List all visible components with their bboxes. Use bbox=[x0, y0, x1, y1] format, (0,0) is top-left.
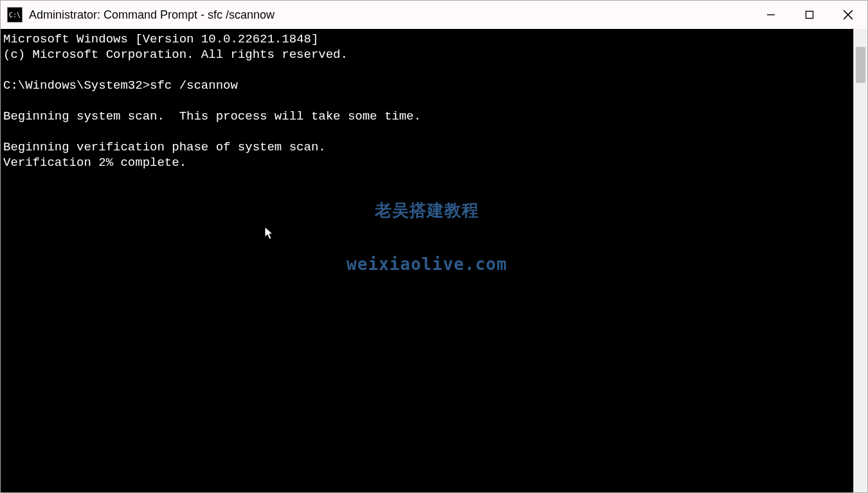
mouse-cursor-icon bbox=[264, 226, 273, 240]
terminal-area: Microsoft Windows [Version 10.0.22621.18… bbox=[1, 29, 867, 492]
watermark: 老吴搭建教程 weixiaolive.com bbox=[347, 172, 507, 303]
vertical-scrollbar[interactable] bbox=[853, 29, 867, 492]
watermark-line1: 老吴搭建教程 bbox=[347, 202, 507, 218]
close-button[interactable] bbox=[829, 1, 867, 29]
entered-command: sfc /scannow bbox=[150, 78, 238, 93]
scrollbar-thumb[interactable] bbox=[856, 47, 865, 83]
prompt-path: C:\Windows\System32> bbox=[3, 78, 150, 93]
minimize-button[interactable] bbox=[752, 1, 790, 29]
line-begin-scan: Beginning system scan. This process will… bbox=[3, 109, 421, 123]
close-icon bbox=[843, 10, 853, 20]
minimize-icon bbox=[766, 10, 775, 19]
window-title: Administrator: Command Prompt - sfc /sca… bbox=[29, 8, 275, 22]
terminal-output[interactable]: Microsoft Windows [Version 10.0.22621.18… bbox=[1, 29, 853, 492]
line-verify-pct: Verification 2% complete. bbox=[3, 156, 186, 170]
maximize-icon bbox=[805, 10, 814, 19]
cmd-app-icon: C:\ bbox=[7, 7, 23, 22]
cmd-app-icon-label: C:\ bbox=[9, 12, 21, 19]
svg-rect-1 bbox=[806, 12, 813, 19]
line-version: Microsoft Windows [Version 10.0.22621.18… bbox=[3, 32, 318, 46]
line-copyright: (c) Microsoft Corporation. All rights re… bbox=[3, 48, 348, 62]
line-verify-phase: Beginning verification phase of system s… bbox=[3, 140, 326, 154]
command-prompt-window: C:\ Administrator: Command Prompt - sfc … bbox=[0, 0, 868, 493]
maximize-button[interactable] bbox=[790, 1, 829, 29]
titlebar[interactable]: C:\ Administrator: Command Prompt - sfc … bbox=[1, 1, 867, 29]
watermark-line2: weixiaolive.com bbox=[347, 256, 507, 272]
